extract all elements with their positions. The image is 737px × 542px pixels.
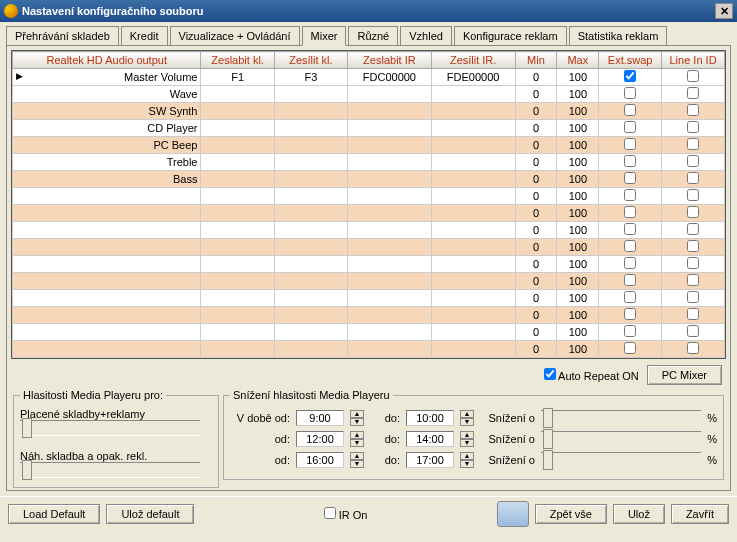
time-from-0[interactable] bbox=[296, 410, 344, 426]
line-in-checkbox[interactable] bbox=[687, 104, 699, 116]
pc-mixer-button[interactable]: PC Mixer bbox=[647, 365, 722, 385]
line-in-checkbox[interactable] bbox=[687, 155, 699, 167]
ext-swap-checkbox[interactable] bbox=[624, 155, 636, 167]
table-row[interactable]: 0100 bbox=[13, 341, 725, 358]
table-row[interactable]: Wave0100 bbox=[13, 86, 725, 103]
spin-down[interactable]: ▼ bbox=[460, 439, 474, 447]
line-in-checkbox[interactable] bbox=[687, 308, 699, 320]
line-in-checkbox[interactable] bbox=[687, 342, 699, 354]
paid-slider[interactable] bbox=[20, 420, 200, 436]
col-header[interactable]: Zesílit IR. bbox=[431, 52, 515, 69]
ext-swap-checkbox[interactable] bbox=[624, 206, 636, 218]
keyboard-icon[interactable] bbox=[497, 501, 529, 527]
line-in-checkbox[interactable] bbox=[687, 138, 699, 150]
ext-swap-checkbox[interactable] bbox=[624, 325, 636, 337]
tab-r-zn-[interactable]: Různé bbox=[348, 26, 398, 46]
table-row[interactable]: 0100 bbox=[13, 205, 725, 222]
ext-swap-checkbox[interactable] bbox=[624, 257, 636, 269]
ext-swap-checkbox[interactable] bbox=[624, 138, 636, 150]
spin-down[interactable]: ▼ bbox=[350, 418, 364, 426]
load-default-button[interactable]: Load Default bbox=[8, 504, 100, 524]
table-row[interactable]: CD Player0100 bbox=[13, 120, 725, 137]
ext-swap-checkbox[interactable] bbox=[624, 274, 636, 286]
undo-all-button[interactable]: Zpět vše bbox=[535, 504, 607, 524]
reduce-slider-1[interactable] bbox=[541, 431, 701, 447]
time-to-1[interactable] bbox=[406, 431, 454, 447]
col-header[interactable]: Ext.swap bbox=[599, 52, 662, 69]
col-header[interactable]: Zeslabit kl. bbox=[201, 52, 274, 69]
table-row[interactable]: SW Synth0100 bbox=[13, 103, 725, 120]
table-row[interactable]: 0100 bbox=[13, 188, 725, 205]
tab-p-ehr-v-n-skladeb[interactable]: Přehrávání skladeb bbox=[6, 26, 119, 46]
table-row[interactable]: 0100 bbox=[13, 307, 725, 324]
auto-repeat-checkbox[interactable]: Auto Repeat ON bbox=[544, 368, 639, 382]
time-from-2[interactable] bbox=[296, 452, 344, 468]
table-row[interactable]: Bass0100 bbox=[13, 171, 725, 188]
time-to-0[interactable] bbox=[406, 410, 454, 426]
spin-up[interactable]: ▲ bbox=[350, 431, 364, 439]
table-row[interactable]: 0100 bbox=[13, 273, 725, 290]
table-row[interactable]: Master VolumeF1F3FDC00000FDE000000100 bbox=[13, 69, 725, 86]
time-to-2[interactable] bbox=[406, 452, 454, 468]
line-in-checkbox[interactable] bbox=[687, 206, 699, 218]
col-header[interactable]: Line In ID bbox=[662, 52, 725, 69]
tab-vzhled[interactable]: Vzhled bbox=[400, 26, 452, 46]
table-row[interactable]: 0100 bbox=[13, 222, 725, 239]
line-in-checkbox[interactable] bbox=[687, 87, 699, 99]
reduce-slider-2[interactable] bbox=[541, 452, 701, 468]
reduce-slider-0[interactable] bbox=[541, 410, 701, 426]
tab-konfigurace-reklam[interactable]: Konfigurace reklam bbox=[454, 26, 567, 46]
line-in-checkbox[interactable] bbox=[687, 274, 699, 286]
line-in-checkbox[interactable] bbox=[687, 121, 699, 133]
ext-swap-checkbox[interactable] bbox=[624, 308, 636, 320]
ext-swap-checkbox[interactable] bbox=[624, 70, 636, 82]
line-in-checkbox[interactable] bbox=[687, 291, 699, 303]
table-row[interactable]: 0100 bbox=[13, 239, 725, 256]
close-button[interactable]: ✕ bbox=[715, 3, 733, 19]
spin-up[interactable]: ▲ bbox=[460, 431, 474, 439]
col-header[interactable]: Min bbox=[515, 52, 557, 69]
table-row[interactable]: Treble0100 bbox=[13, 154, 725, 171]
spin-up[interactable]: ▲ bbox=[460, 452, 474, 460]
preview-slider[interactable] bbox=[20, 462, 200, 478]
line-in-checkbox[interactable] bbox=[687, 189, 699, 201]
tab-kredit[interactable]: Kredit bbox=[121, 26, 168, 46]
ext-swap-checkbox[interactable] bbox=[624, 240, 636, 252]
spin-down[interactable]: ▼ bbox=[350, 439, 364, 447]
spin-up[interactable]: ▲ bbox=[350, 410, 364, 418]
table-row[interactable]: 0100 bbox=[13, 324, 725, 341]
line-in-checkbox[interactable] bbox=[687, 70, 699, 82]
ext-swap-checkbox[interactable] bbox=[624, 223, 636, 235]
tab-statistika-reklam[interactable]: Statistika reklam bbox=[569, 26, 668, 46]
ext-swap-checkbox[interactable] bbox=[624, 104, 636, 116]
col-header[interactable]: Zesílit kl. bbox=[274, 52, 347, 69]
ext-swap-checkbox[interactable] bbox=[624, 189, 636, 201]
spin-up[interactable]: ▲ bbox=[350, 452, 364, 460]
ext-swap-checkbox[interactable] bbox=[624, 87, 636, 99]
line-in-checkbox[interactable] bbox=[687, 223, 699, 235]
table-row[interactable]: PC Beep0100 bbox=[13, 137, 725, 154]
ext-swap-checkbox[interactable] bbox=[624, 342, 636, 354]
save-button[interactable]: Ulož bbox=[613, 504, 665, 524]
ext-swap-checkbox[interactable] bbox=[624, 121, 636, 133]
line-in-checkbox[interactable] bbox=[687, 240, 699, 252]
col-header[interactable]: Zeslabit IR bbox=[348, 52, 432, 69]
line-in-checkbox[interactable] bbox=[687, 257, 699, 269]
col-header[interactable]: Realtek HD Audio output bbox=[13, 52, 201, 69]
line-in-checkbox[interactable] bbox=[687, 325, 699, 337]
spin-down[interactable]: ▼ bbox=[460, 418, 474, 426]
time-from-1[interactable] bbox=[296, 431, 344, 447]
tab-vizualizace-ovl-d-n-[interactable]: Vizualizace + Ovládání bbox=[170, 26, 300, 46]
table-row[interactable]: 0100 bbox=[13, 290, 725, 307]
close-dialog-button[interactable]: Zavřít bbox=[671, 504, 729, 524]
ext-swap-checkbox[interactable] bbox=[624, 291, 636, 303]
ext-swap-checkbox[interactable] bbox=[624, 172, 636, 184]
spin-down[interactable]: ▼ bbox=[460, 460, 474, 468]
spin-up[interactable]: ▲ bbox=[460, 410, 474, 418]
col-header[interactable]: Max bbox=[557, 52, 599, 69]
line-in-checkbox[interactable] bbox=[687, 172, 699, 184]
save-default-button[interactable]: Ulož default bbox=[106, 504, 194, 524]
table-row[interactable]: 0100 bbox=[13, 256, 725, 273]
ir-on-checkbox[interactable]: IR On bbox=[324, 507, 368, 521]
tab-mixer[interactable]: Mixer bbox=[302, 26, 347, 46]
